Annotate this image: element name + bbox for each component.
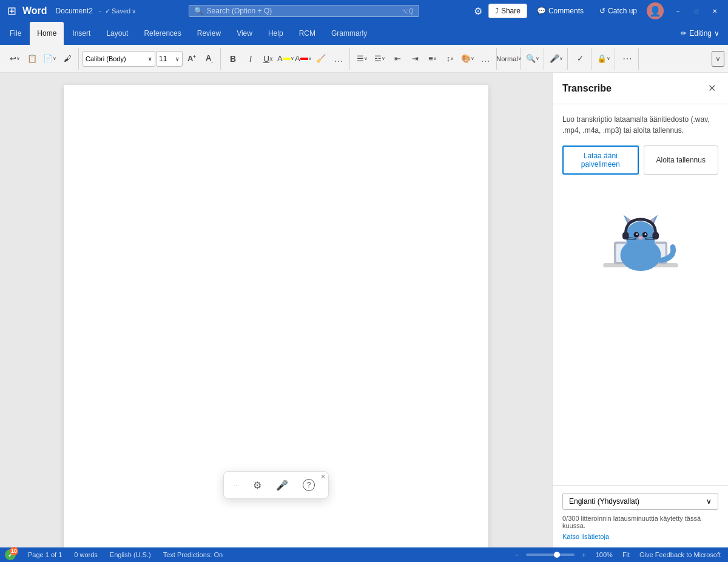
shading-button[interactable]: 🎨 ∨ <box>459 50 476 67</box>
sensitivity-button[interactable]: 🔒 ∨ <box>595 50 612 67</box>
undo-button[interactable]: ↩ ∨ <box>6 50 23 67</box>
zoom-plus-button[interactable]: + <box>579 550 588 560</box>
waffle-icon[interactable]: ⊞ <box>5 2 19 20</box>
clear-format-icon: 🧹 <box>316 54 326 63</box>
document-area[interactable]: ✕ ⋯ ⚙ 🎤 ? <box>0 73 552 547</box>
update-indicator[interactable]: ✓ 10 <box>5 549 16 560</box>
editor-button[interactable]: ✓ <box>571 50 588 67</box>
catchup-icon: ↺ <box>599 7 605 15</box>
more-options-button[interactable]: ⋯ <box>619 50 636 67</box>
zoom-percent[interactable]: 100% <box>593 550 615 560</box>
svg-point-12 <box>644 233 646 235</box>
avatar[interactable]: 👤 <box>647 2 664 19</box>
transcribe-footer: Englanti (Yhdysvallat) ∨ 0/300 litteroin… <box>553 485 728 547</box>
saved-chevron[interactable]: ∨ <box>132 8 136 15</box>
tab-home[interactable]: Home <box>30 22 64 45</box>
find-button[interactable]: 🔍 ∨ <box>524 50 541 67</box>
toolbar-expand-button[interactable]: ∨ <box>712 51 724 67</box>
paste-button[interactable]: 📄 ∨ <box>41 50 58 67</box>
styles-button[interactable]: Normal ∨ <box>500 50 517 67</box>
word-count[interactable]: 0 words <box>72 550 100 560</box>
tab-rcm[interactable]: RCM <box>292 22 323 45</box>
highlight-button[interactable]: A ∨ <box>277 50 294 67</box>
transcribe-title: Transcribe <box>562 83 612 94</box>
search-box[interactable]: 🔍 ⌥Q <box>189 5 419 17</box>
search-shortcut: ⌥Q <box>402 8 414 15</box>
bullets-chevron: ∨ <box>364 56 368 61</box>
more-para-button[interactable]: … <box>477 50 494 67</box>
decrease-indent-button[interactable]: ⇤ <box>389 50 406 67</box>
tab-view[interactable]: View <box>229 22 260 45</box>
catchup-button[interactable]: ↺ Catch up <box>593 4 643 18</box>
page-info[interactable]: Page 1 of 1 <box>25 550 64 560</box>
line-spacing-button[interactable]: ↕ ∨ <box>442 50 459 67</box>
app-name: Word <box>22 5 47 16</box>
floating-mic-button[interactable]: 🎤 <box>272 477 292 493</box>
align-chevron: ∨ <box>433 56 437 61</box>
zoom-thumb[interactable] <box>554 552 560 558</box>
tab-insert[interactable]: Insert <box>65 22 98 45</box>
learn-more-link[interactable]: Katso lisätietoja <box>562 533 718 540</box>
format-painter-button[interactable]: 🖌 <box>59 50 76 67</box>
font-size-select[interactable]: 11 ∨ <box>156 51 183 67</box>
share-icon: ⤴ <box>495 7 499 15</box>
search-input[interactable] <box>207 7 398 15</box>
tab-layout[interactable]: Layout <box>99 22 135 45</box>
fit-button[interactable]: Fit <box>620 550 632 560</box>
italic-button[interactable]: I <box>242 50 259 67</box>
settings-icon[interactable]: ⚙ <box>471 3 485 19</box>
more-format-button[interactable]: … <box>330 50 347 67</box>
start-recording-button[interactable]: Aloita tallennus <box>644 146 719 175</box>
language-select[interactable]: Englanti (Yhdysvallat) ∨ <box>562 493 718 510</box>
voice-button[interactable]: 🎤 ∨ <box>548 50 565 67</box>
paragraph-group: ☰ ∨ ☲ ∨ ⇤ ⇥ ≡ ∨ ↕ ∨ 🎨 ∨ … <box>351 48 497 70</box>
tab-help[interactable]: Help <box>261 22 291 45</box>
floating-settings-button[interactable]: ⚙ <box>249 477 265 493</box>
zoom-track[interactable] <box>526 554 575 556</box>
minimize-button[interactable]: − <box>670 2 687 19</box>
text-predictions[interactable]: Text Predictions: On <box>161 550 225 560</box>
shrink-icon: A- <box>206 53 213 64</box>
grow-font-button[interactable]: A+ <box>183 50 200 67</box>
font-color-chevron: ∨ <box>308 56 312 61</box>
align-button[interactable]: ≡ ∨ <box>424 50 441 67</box>
floating-help-icon: ? <box>303 479 315 491</box>
clipboard-button[interactable]: 📋 <box>24 50 41 67</box>
transcribe-close-button[interactable]: ✕ <box>706 80 718 96</box>
clear-format-button[interactable]: 🧹 <box>312 50 329 67</box>
editing-button[interactable]: ✏ Editing ∨ <box>675 27 726 40</box>
comments-button[interactable]: 💬 Comments <box>531 4 590 18</box>
font-group: Calibri (Body) ∨ 11 ∨ A+ A- <box>80 48 221 70</box>
svg-point-16 <box>645 253 660 264</box>
transcribe-close-icon: ✕ <box>708 83 716 93</box>
zoom-minus-button[interactable]: − <box>513 550 521 560</box>
font-name: Calibri (Body) <box>86 55 147 62</box>
svg-point-11 <box>636 233 638 235</box>
font-color-button[interactable]: A ∨ <box>295 50 312 67</box>
floating-drag[interactable]: ⋯ <box>234 482 242 489</box>
editing-chevron: ∨ <box>714 29 720 38</box>
maximize-button[interactable]: □ <box>688 2 705 19</box>
title-bar-left: ⊞ Word Document2 - ✓ Saved ∨ <box>5 2 136 20</box>
transcribe-buttons: Lataa ääni palvelimeen Aloita tallennus <box>562 146 718 175</box>
floating-help-button[interactable]: ? <box>299 477 318 493</box>
share-button[interactable]: ⤴ Share <box>488 4 527 18</box>
main-area: ✕ ⋯ ⚙ 🎤 ? Transcribe ✕ Luo transkriptio … <box>0 73 728 547</box>
shrink-font-button[interactable]: A- <box>201 50 218 67</box>
numbering-button[interactable]: ☲ ∨ <box>371 50 388 67</box>
tab-grammarly[interactable]: Grammarly <box>324 22 374 45</box>
font-family-select[interactable]: Calibri (Body) ∨ <box>83 51 155 67</box>
language-status[interactable]: English (U.S.) <box>107 550 153 560</box>
floating-close-button[interactable]: ✕ <box>320 473 326 481</box>
upload-audio-button[interactable]: Lataa ääni palvelimeen <box>562 146 639 175</box>
tab-review[interactable]: Review <box>190 22 228 45</box>
bullets-button[interactable]: ☰ ∨ <box>354 50 371 67</box>
tab-file[interactable]: File <box>2 22 29 45</box>
numbering-icon: ☲ <box>374 54 382 63</box>
close-button[interactable]: ✕ <box>706 2 723 19</box>
bold-button[interactable]: B <box>224 50 241 67</box>
underline-button[interactable]: U ∨ <box>260 50 277 67</box>
tab-references[interactable]: References <box>136 22 188 45</box>
feedback-link[interactable]: Give Feedback to Microsoft <box>637 550 723 560</box>
increase-indent-button[interactable]: ⇥ <box>406 50 423 67</box>
